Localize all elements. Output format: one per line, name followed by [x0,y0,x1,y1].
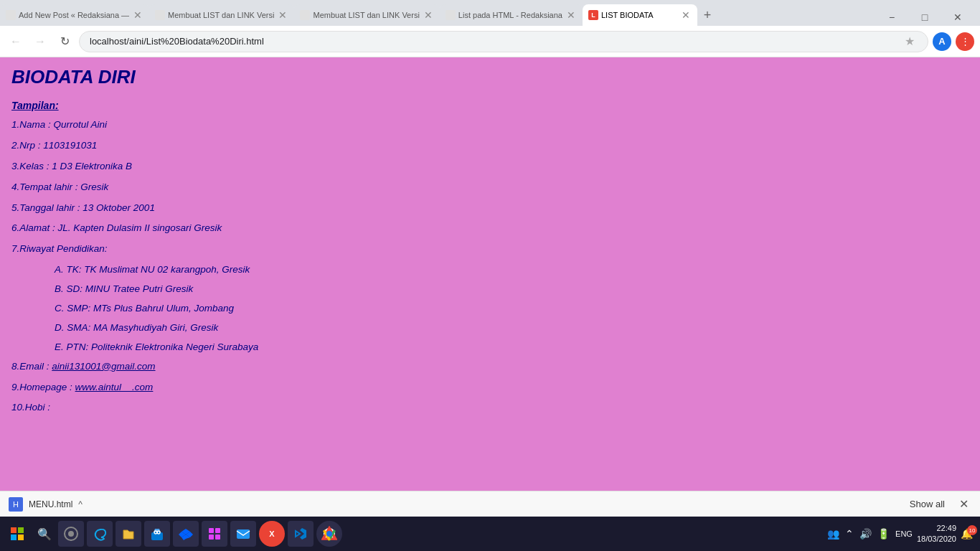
edu-item-c: C. SMP: MTs Plus Bahrul Ulum, Jombang [55,302,969,316]
svg-rect-18 [215,534,220,540]
homepage-link[interactable]: www.aintul__.com [75,382,154,392]
svg-rect-1 [18,527,24,533]
tab-3-close[interactable]: ✕ [423,9,434,21]
notification-badge: 10 [967,525,977,535]
bio-item-hobi: 10.Hobi : [11,401,969,415]
edu-item-d: D. SMA: MA Masyhudiyah Giri, Gresik [55,321,969,335]
email-link[interactable]: ainii131001@gmail.com [52,361,155,372]
tab-3-favicon [300,10,310,20]
profile-avatar[interactable]: A [933,32,951,51]
svg-rect-0 [11,527,17,533]
taskbar: 🔍 X [0,517,980,551]
new-tab-button[interactable]: + [697,5,717,25]
minimize-button[interactable]: − [875,7,908,27]
tab-5-close[interactable]: ✕ [680,9,692,21]
show-all-button[interactable]: Show all [904,496,951,512]
tab-spacer [717,4,875,26]
language-icon[interactable]: ENG [894,529,914,538]
page-title: BIODATA DIRI [11,66,969,88]
battery-icon[interactable]: 🔋 [876,528,891,540]
bio-item-5: 5.Tanggal lahir : 13 Oktober 2001 [11,202,969,215]
tab-1-favicon [6,10,16,20]
svg-marker-20 [296,531,300,537]
clock-time: 22:49 [917,523,956,534]
tab-2[interactable]: Membuat LIST dan LINK Versi ✕ [149,4,294,26]
start-button[interactable] [3,519,32,548]
taskbar-icon-vscode[interactable] [288,521,314,547]
svg-rect-15 [209,528,214,533]
download-filename: MENU.html [29,499,72,509]
svg-rect-19 [237,529,250,539]
close-button[interactable]: ✕ [941,7,974,27]
bio-item-4: 4.Tempat lahir : Gresik [11,181,969,194]
download-chevron-icon[interactable]: ^ [78,499,83,509]
clock-date: 18/03/2020 [917,534,956,545]
taskbar-icon-files[interactable] [116,521,141,547]
tab-bar: Add New Post « Redaksiana — ✕ Membuat LI… [0,0,980,26]
taskbar-icon-edge[interactable] [87,521,113,547]
volume-icon[interactable]: 🔊 [858,528,873,540]
svg-rect-3 [18,534,24,540]
taskbar-icon-chrome[interactable] [316,521,342,547]
window-controls: − □ ✕ [875,4,980,27]
url-text: localhost/aini/List%20Biodata%20Diri.htm… [90,36,902,47]
tab-1[interactable]: Add New Post « Redaksiana — ✕ [0,4,149,26]
taskbar-icon-store[interactable] [144,521,170,547]
taskbar-right-area: 👥 ⌃ 🔊 🔋 ENG 22:49 18/03/2020 🔔 10 [826,523,977,545]
tab-3[interactable]: Membuat LIST dan LINK Versi ✕ [294,4,439,26]
search-button[interactable]: 🔍 [33,522,56,545]
svg-rect-17 [209,534,214,540]
svg-point-24 [326,531,332,537]
tab-2-favicon [155,10,165,20]
tab-4-favicon [446,10,456,20]
tab-3-label: Membuat LIST dan LINK Versi [313,11,419,19]
bio-item-email: 8.Email : ainii131001@gmail.com [11,360,969,374]
tab-1-close[interactable]: ✕ [132,9,143,21]
taskbar-icon-taskbar5[interactable] [202,521,227,547]
back-button[interactable]: ← [6,32,26,52]
svg-rect-16 [215,528,220,533]
chrome-menu-icon[interactable]: ⋮ [956,32,974,51]
tab-5-label: LIST BIODATA [601,11,677,19]
bio-item-edu-header: 7.Riwayat Pendidikan: [11,242,969,256]
section-label: Tampilan: [11,100,969,111]
tab-1-label: Add New Post « Redaksiana — [19,11,129,19]
tab-4[interactable]: List pada HTML - Redaksiana ✕ [440,4,583,26]
edu-item-b: B. SD: MINU Tratee Putri Gresik [55,283,969,296]
svg-point-5 [68,531,74,537]
address-bar: ← → ↻ localhost/aini/List%20Biodata%20Di… [0,26,980,57]
url-bar[interactable]: localhost/aini/List%20Biodata%20Diri.htm… [79,31,928,52]
bio-item-homepage: 9.Homepage : www.aintul__.com [11,381,969,395]
tab-4-close[interactable]: ✕ [565,9,577,21]
network-icon[interactable]: ⌃ [844,528,855,540]
bio-item-6: 6.Alamat : JL. Kapten Dulasim II singosa… [11,222,969,235]
download-close-button[interactable]: ✕ [956,497,971,511]
people-icon[interactable]: 👥 [826,528,841,540]
taskbar-clock[interactable]: 22:49 18/03/2020 [917,523,956,545]
download-bar: H MENU.html ^ Show all ✕ [0,491,980,517]
edu-item-a: A. TK: TK Muslimat NU 02 karangpoh, Gres… [55,263,969,277]
taskbar-icon-cortana[interactable] [58,521,84,547]
notification-icon[interactable]: 🔔 10 [959,528,974,540]
tab-5[interactable]: L LIST BIODATA ✕ [583,4,697,26]
forward-button[interactable]: → [30,32,50,52]
edu-item-e: E. PTN: Politeknik Elektronika Negeri Su… [55,341,969,354]
reload-button[interactable]: ↻ [55,32,75,52]
page-content: BIODATA DIRI Tampilan: 1.Nama : Qurrotul… [0,57,980,491]
bio-item-2: 2.Nrp : 1103191031 [11,139,969,153]
taskbar-icon-dropbox[interactable] [173,521,199,547]
taskbar-icon-email[interactable] [230,521,256,547]
bio-item-3: 3.Kelas : 1 D3 Elektronika B [11,160,969,174]
bookmark-icon[interactable]: ★ [902,34,918,48]
svg-rect-2 [11,534,17,540]
tab-5-favicon: L [588,10,598,20]
download-file-icon: H [9,497,23,512]
tab-2-label: Membuat LIST dan LINK Versi [168,11,274,19]
tab-4-label: List pada HTML - Redaksiana [458,11,562,19]
bio-item-1: 1.Nama : Qurrotul Aini [11,118,969,132]
tab-2-close[interactable]: ✕ [277,9,288,21]
maximize-button[interactable]: □ [908,7,941,27]
taskbar-icon-xamp[interactable]: X [259,521,285,547]
browser-window: Add New Post « Redaksiana — ✕ Membuat LI… [0,0,980,551]
